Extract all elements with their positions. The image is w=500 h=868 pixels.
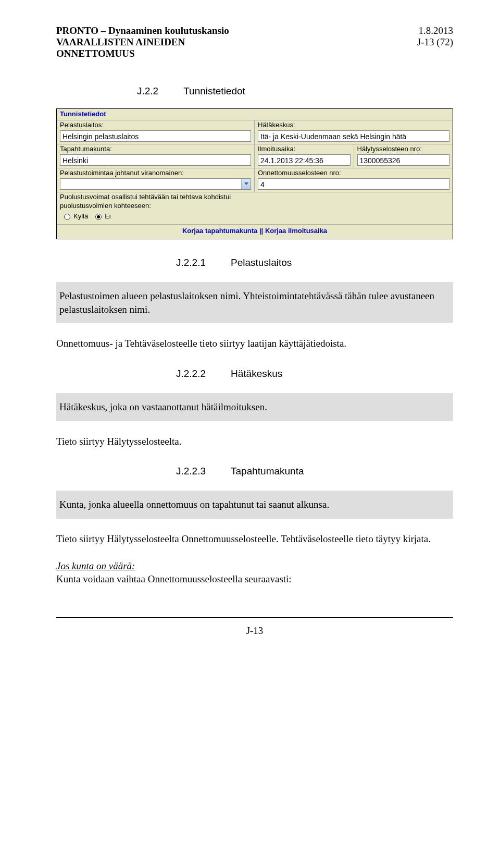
cell-empty [255,192,453,225]
form-row-2: Tapahtumakunta: Helsinki Ilmoitusaika: 2… [57,144,453,168]
link-korjaa-tapahtumakunta[interactable]: Korjaa tapahtumakunta [182,227,257,235]
cell-puolustus: Puolustusvoimat osallistui tehtävään tai… [57,192,255,225]
cell-halytysselosteen: Hälytysselosteen nro: 1300055326 [354,144,453,168]
radio-group-puolustus: Kyllä Ei [57,211,255,224]
subsection-number: J.2.2.2 [176,368,206,380]
subsection-number: J.2.2.3 [176,466,206,477]
note-hatakeskus: Hätäkeskus, joka on vastaanottanut hätäi… [56,393,453,421]
puolustus-label-2: puolustusvoimien kohteeseen: [57,201,255,211]
onnettomuus-label: Onnettomuusselosteen nro: [255,168,453,178]
form-panel-tunnistetiedot: Tunnistetiedot Pelastuslaitos: Helsingin… [56,108,453,239]
footer-pagenum: J-13 [246,625,264,636]
form-title: Tunnistetiedot [57,109,453,120]
puolustus-label-1: Puolustusvoimat osallistui tehtävään tai… [57,192,255,202]
radio-ei[interactable] [95,214,102,220]
hatakeskus-label: Hätäkeskus: [255,120,453,130]
page-header: PRONTO – Dynaaminen koulutuskansio VAARA… [56,25,453,59]
cell-pelastuslaitos: Pelastuslaitos: Helsingin pelastuslaitos [57,120,255,144]
radio-ei-label: Ei [105,212,111,221]
radio-kylla-label: Kyllä [73,212,88,221]
section-heading-j223: J.2.2.3 Tapahtumakunta [56,466,453,477]
subsection-title: Pelastuslaitos [231,257,292,268]
cell-ilmoitusaika: Ilmoitusaika: 24.1.2013 22:45:36 [255,144,354,168]
form-row-3: Pelastustoimintaa johtanut viranomainen:… [57,168,453,192]
subsection-title: Hätäkeskus [231,368,282,380]
tapahtumakunta-label: Tapahtumakunta: [57,144,254,154]
cell-hatakeskus: Hätäkeskus: Itä- ja Keski-Uudenmaan sekä… [255,120,453,144]
para-tapahtumakunta-2b: Kunta voidaan vaihtaa Onnettomuusseloste… [56,573,292,584]
johtanut-select[interactable] [60,178,251,190]
halytysselosteen-label: Hälytysselosteen nro: [354,144,453,154]
header-date: 1.8.2013 [417,25,453,36]
link-separator: || [259,227,263,235]
section-number: J.2.2 [137,85,158,97]
section-heading-j22: J.2.2 Tunnistetiedot [56,85,453,97]
subsection-number: J.2.2.1 [176,257,206,268]
header-title-2: VAARALLISTEN AINEIDEN [56,36,229,48]
form-row-4: Puolustusvoimat osallistui tehtävään tai… [57,192,453,225]
cell-johtanut: Pelastustoimintaa johtanut viranomainen: [57,168,255,192]
johtanut-label: Pelastustoimintaa johtanut viranomainen: [57,168,254,178]
note-pelastuslaitos: Pelastustoimen alueen pelastuslaitoksen … [56,282,453,323]
para-hatakeskus: Tieto siirtyy Hälytysselosteelta. [56,435,453,448]
tapahtumakunta-input[interactable]: Helsinki [60,154,251,166]
chevron-down-icon [241,179,251,189]
ilmoitusaika-input[interactable]: 24.1.2013 22:45:36 [258,154,351,166]
para-tapahtumakunta-2: Jos kunta on väärä: Kunta voidaan vaihta… [56,559,453,586]
header-page-ref: J-13 (72) [417,36,453,48]
header-title-3: ONNETTOMUUS [56,48,229,59]
section-title: Tunnistetiedot [183,85,245,97]
hatakeskus-input[interactable]: Itä- ja Keski-Uudenmaan sekä Helsingin h… [258,130,449,142]
lead-italic: Jos kunta on väärä: [56,560,135,571]
onnettomuus-input[interactable]: 4 [258,178,449,190]
cell-ilmoitus-halytys: Ilmoitusaika: 24.1.2013 22:45:36 Hälytys… [255,144,453,168]
section-heading-j221: J.2.2.1 Pelastuslaitos [56,257,453,268]
form-row-1: Pelastuslaitos: Helsingin pelastuslaitos… [57,120,453,144]
section-heading-j222: J.2.2.2 Hätäkeskus [56,368,453,380]
page: PRONTO – Dynaaminen koulutuskansio VAARA… [0,0,500,868]
note-tapahtumakunta: Kunta, jonka alueella onnettomuus on tap… [56,491,453,519]
para-pelastuslaitos: Onnettomuus- ja Tehtäväselosteelle tieto… [56,337,453,350]
pelastuslaitos-label: Pelastuslaitos: [57,120,254,130]
pelastuslaitos-input[interactable]: Helsingin pelastuslaitos [60,130,251,142]
radio-kylla[interactable] [64,214,70,220]
ilmoitusaika-label: Ilmoitusaika: [255,144,354,154]
form-links-row: Korjaa tapahtumakunta || Korjaa ilmoitus… [57,225,453,239]
subsection-title: Tapahtumakunta [231,466,304,477]
page-footer: J-13 [56,617,453,637]
header-left: PRONTO – Dynaaminen koulutuskansio VAARA… [56,25,229,59]
link-korjaa-ilmoitusaika[interactable]: Korjaa ilmoitusaika [265,227,327,235]
header-right: 1.8.2013 J-13 (72) [417,25,453,59]
halytysselosteen-input[interactable]: 1300055326 [357,154,450,166]
para-tapahtumakunta-1: Tieto siirtyy Hälytysselosteelta Onnetto… [56,532,453,546]
cell-onnettomuus-nro: Onnettomuusselosteen nro: 4 [255,168,453,192]
cell-tapahtumakunta: Tapahtumakunta: Helsinki [57,144,255,168]
header-title-1: PRONTO – Dynaaminen koulutuskansio [56,25,229,36]
